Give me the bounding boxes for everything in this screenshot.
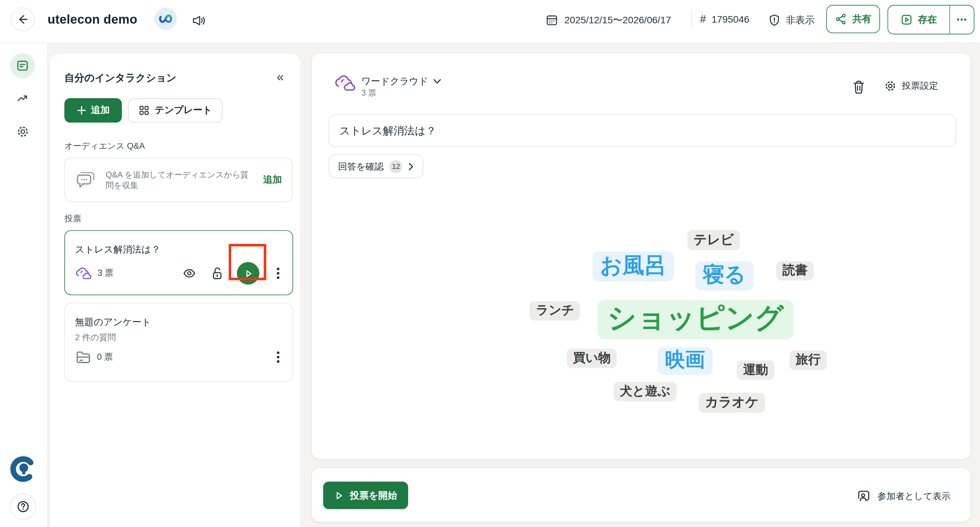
qa-add-link[interactable]: 追加 bbox=[263, 174, 282, 186]
word-cloud-word: 買い物 bbox=[567, 349, 617, 368]
chat-bubbles-icon bbox=[75, 170, 98, 190]
question-mark-icon bbox=[16, 500, 30, 513]
announcement-icon[interactable] bbox=[189, 12, 207, 29]
collapse-panel-icon[interactable]: « bbox=[277, 70, 284, 84]
share-label: 共有 bbox=[853, 13, 872, 25]
back-button[interactable] bbox=[11, 8, 34, 31]
poll-footer-bar: 投票を開始 参加者として表示 bbox=[311, 467, 971, 522]
nav-interactions-item[interactable] bbox=[10, 53, 35, 78]
poll-detail-card: ワードクラウド 3 票 投票設定 ストレス解消法は？ 回答を確認 12 bbox=[311, 53, 971, 460]
question-text: ストレス解消法は？ bbox=[339, 123, 436, 138]
interactions-list-icon bbox=[16, 59, 29, 73]
question-input[interactable]: ストレス解消法は？ bbox=[329, 115, 956, 147]
interactions-panel: 自分のインタラクション « 追加 テンプレート オーディエンス Q&A bbox=[50, 54, 300, 527]
plus-icon bbox=[77, 105, 86, 115]
word-cloud-word: テレビ bbox=[687, 230, 740, 251]
present-label: 存在 bbox=[918, 14, 937, 26]
share-icon bbox=[835, 13, 847, 25]
word-cloud-word: カラオケ bbox=[699, 393, 765, 413]
shield-alert-icon bbox=[767, 13, 781, 27]
calendar-icon bbox=[545, 13, 559, 27]
topbar-divider bbox=[691, 10, 692, 29]
poll-title: 無題のアンケート bbox=[75, 316, 151, 329]
present-more-button[interactable]: ⋯ bbox=[950, 5, 974, 34]
present-split-button: 存在 ⋯ bbox=[888, 5, 975, 35]
poll-settings-button[interactable]: 投票設定 bbox=[884, 80, 938, 93]
poll-card-survey[interactable]: 無題のアンケート 2 件の質問 0 票 bbox=[64, 303, 293, 382]
qa-description: Q&A を追加してオーディエンスから質問を収集 bbox=[105, 169, 255, 190]
arrow-left-icon bbox=[16, 13, 29, 26]
start-poll-label: 投票を開始 bbox=[350, 489, 397, 501]
event-title: utelecon demo bbox=[48, 13, 137, 27]
event-code-number: 1795046 bbox=[711, 14, 749, 25]
qa-section-label: オーディエンス Q&A bbox=[64, 141, 145, 152]
event-dates[interactable]: 2025/12/15〜2026/06/17 bbox=[545, 13, 671, 27]
word-cloud-word: お風呂 bbox=[592, 252, 673, 282]
poll-subtitle: 2 件の質問 bbox=[75, 332, 116, 343]
present-button-divider bbox=[949, 5, 950, 34]
poll-menu-button[interactable] bbox=[272, 268, 284, 279]
word-cloud-word: 旅行 bbox=[789, 351, 827, 370]
play-icon bbox=[334, 491, 344, 500]
word-cloud-word: 犬と遊ぶ bbox=[614, 382, 677, 401]
nav-settings-item[interactable] bbox=[10, 119, 35, 144]
word-cloud-word: ランチ bbox=[530, 301, 581, 321]
word-cloud-word: 読書 bbox=[776, 261, 814, 281]
polls-section-label: 投票 bbox=[64, 213, 81, 224]
visibility-icon[interactable] bbox=[182, 266, 197, 281]
word-cloud-word: 映画 bbox=[657, 347, 713, 375]
poll-votes-count: 3 票 bbox=[361, 88, 376, 99]
delete-poll-icon[interactable] bbox=[851, 80, 866, 95]
word-cloud-icon bbox=[334, 73, 356, 93]
folder-icon bbox=[75, 350, 91, 364]
top-bar: utelecon demo 2025/12/15〜20 bbox=[0, 0, 980, 43]
app-window: utelecon demo 2025/12/15〜20 bbox=[0, 0, 980, 527]
webex-integration-badge[interactable] bbox=[154, 8, 177, 30]
poll-settings-label: 投票設定 bbox=[902, 80, 938, 92]
hidden-label: 非表示 bbox=[786, 13, 815, 26]
participant-view-icon bbox=[856, 489, 872, 503]
webex-logo-icon bbox=[159, 14, 173, 24]
add-label: 追加 bbox=[91, 104, 110, 117]
panel-header: 自分のインタラクション bbox=[64, 72, 177, 85]
grid-icon bbox=[138, 105, 149, 116]
present-play-icon bbox=[900, 14, 913, 26]
word-cloud-word: ショッピング bbox=[598, 300, 794, 339]
gear-icon bbox=[16, 124, 30, 139]
event-code[interactable]: # 1795046 bbox=[700, 13, 749, 26]
privacy-status[interactable]: 非表示 bbox=[767, 13, 815, 27]
templates-button[interactable]: テンプレート bbox=[128, 98, 223, 123]
start-poll-button[interactable]: 投票を開始 bbox=[323, 481, 408, 509]
view-as-participant-button[interactable]: 参加者として表示 bbox=[856, 489, 951, 503]
nav-analytics-item[interactable] bbox=[10, 86, 35, 111]
word-cloud-icon bbox=[75, 267, 92, 280]
poll-votes: 3 票 bbox=[98, 268, 114, 279]
gear-icon bbox=[884, 80, 897, 93]
poll-type-label: ワードクラウド bbox=[361, 76, 428, 88]
slido-logo bbox=[9, 455, 38, 484]
lock-open-icon[interactable] bbox=[211, 266, 224, 281]
word-cloud-word: 寝る bbox=[695, 261, 753, 291]
share-button[interactable]: 共有 bbox=[826, 5, 880, 33]
word-cloud-word: 運動 bbox=[737, 361, 775, 380]
poll-votes: 0 票 bbox=[97, 351, 113, 363]
view-as-participant-label: 参加者として表示 bbox=[878, 490, 951, 502]
poll-title: ストレス解消法は？ bbox=[75, 244, 161, 256]
poll-type-selector[interactable]: ワードクラウド bbox=[361, 76, 441, 88]
word-cloud-canvas: テレビお風呂寝る読書ランチショッピング買い物映画運動旅行犬と遊ぶカラオケ bbox=[312, 166, 972, 454]
left-icon-rail bbox=[0, 43, 47, 527]
templates-label: テンプレート bbox=[155, 104, 212, 117]
trending-up-icon bbox=[16, 92, 29, 105]
present-button[interactable]: 存在 bbox=[888, 5, 949, 34]
add-interaction-button[interactable]: 追加 bbox=[64, 98, 122, 123]
hash-icon: # bbox=[700, 13, 706, 26]
poll-menu-button[interactable] bbox=[272, 351, 284, 363]
annotation-highlight-rect bbox=[229, 244, 266, 280]
help-button[interactable] bbox=[10, 493, 36, 520]
qa-empty-card: Q&A を追加してオーディエンスから質問を収集 追加 bbox=[64, 158, 293, 202]
chevron-down-icon bbox=[433, 79, 441, 84]
event-date-range: 2025/12/15〜2026/06/17 bbox=[564, 13, 671, 26]
